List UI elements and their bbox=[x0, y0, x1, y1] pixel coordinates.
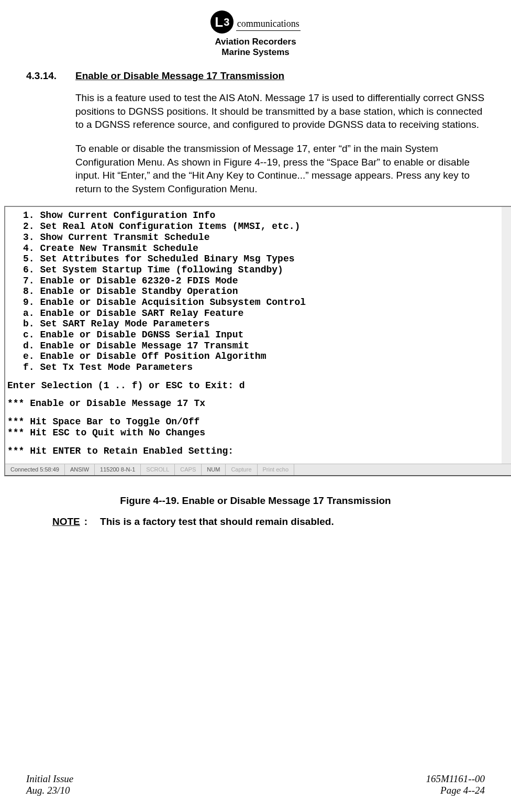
status-connected: Connected 5:58:49 bbox=[5, 464, 65, 475]
menu-item: 5. Set Attributes for Scheduled Binary M… bbox=[23, 254, 501, 265]
paragraph-1: This is a feature used to test the AIS A… bbox=[75, 91, 485, 131]
menu-item: d. Enable or Disable Message 17 Transmit bbox=[23, 341, 501, 352]
menu-item: 3. Show Current Transmit Schedule bbox=[23, 232, 501, 243]
terminal-window: 1. Show Current Configuration Info 2. Se… bbox=[4, 206, 511, 476]
page-footer: Initial Issue Aug. 23/10 165M1161--00 Pa… bbox=[26, 773, 485, 796]
menu-item: 1. Show Current Configuration Info bbox=[23, 210, 501, 221]
menu-item: 6. Set System Startup Time (following St… bbox=[23, 265, 501, 276]
status-port: 115200 8-N-1 bbox=[95, 464, 141, 475]
terminal-prompt: Enter Selection (1 .. f) or ESC to Exit:… bbox=[6, 380, 501, 391]
note-colon: : bbox=[84, 516, 87, 528]
terminal-menu: 1. Show Current Configuration Info 2. Se… bbox=[6, 210, 501, 372]
status-terminal-type: ANSIW bbox=[65, 464, 95, 475]
menu-item: 8. Enable or Disable Standby Operation bbox=[23, 286, 501, 297]
figure-caption: Figure 4--19. Enable or Disable Message … bbox=[26, 495, 485, 507]
logo-letter-l: L bbox=[215, 14, 223, 30]
status-scroll: SCROLL bbox=[141, 464, 175, 475]
status-print-echo: Print echo bbox=[258, 464, 295, 475]
status-num: NUM bbox=[202, 464, 226, 475]
section-title: Enable or Disable Message 17 Transmissio… bbox=[75, 70, 284, 82]
menu-item: 4. Create New Transmit Schedule bbox=[23, 243, 501, 254]
terminal-message: *** Hit ENTER to Retain Enabled Setting: bbox=[6, 446, 501, 457]
section-number: 4.3.14. bbox=[26, 70, 75, 82]
note-block: NOTE: This is a factory test that should… bbox=[52, 516, 485, 528]
menu-item: 2. Set Real AtoN Configuration Items (MM… bbox=[23, 221, 501, 232]
note-text: This is a factory test that should remai… bbox=[100, 516, 334, 528]
logo-digit-3: 3 bbox=[224, 16, 229, 28]
menu-item: a. Enable or Disable SART Relay Feature bbox=[23, 308, 501, 319]
status-caps: CAPS bbox=[175, 464, 202, 475]
l3-logo-icon: L3 bbox=[210, 10, 234, 34]
paragraph-2: To enable or disable the transmission of… bbox=[75, 142, 485, 196]
terminal-content: 1. Show Current Configuration Info 2. Se… bbox=[5, 207, 511, 464]
menu-item: f. Set Tx Test Mode Parameters bbox=[23, 362, 501, 373]
division-line-2: Marine Systems bbox=[210, 47, 300, 58]
l3-logo: L3 communications Aviation Recorders Mar… bbox=[210, 10, 300, 58]
footer-docnum: 165M1161--00 bbox=[426, 773, 485, 785]
terminal-statusbar: Connected 5:58:49 ANSIW 115200 8-N-1 SCR… bbox=[5, 464, 511, 475]
footer-issue: Initial Issue bbox=[26, 773, 73, 785]
status-capture: Capture bbox=[226, 464, 257, 475]
menu-item: 9. Enable or Disable Acquisition Subsyst… bbox=[23, 297, 501, 308]
menu-item: c. Enable or Disable DGNSS Serial Input bbox=[23, 330, 501, 341]
terminal-message: *** Enable or Disable Message 17 Tx bbox=[6, 398, 501, 409]
footer-page: Page 4--24 bbox=[426, 785, 485, 796]
terminal-message: *** Hit ESC to Quit with No Changes bbox=[6, 427, 501, 438]
terminal-message: *** Hit Space Bar to Toggle On/Off bbox=[6, 416, 501, 427]
division-line-1: Aviation Recorders bbox=[210, 37, 300, 47]
menu-item: e. Enable or Disable Off Position Algori… bbox=[23, 351, 501, 362]
menu-item: 7. Enable or Disable 62320-2 FDIS Mode bbox=[23, 276, 501, 287]
note-label: NOTE bbox=[52, 516, 80, 528]
document-header: L3 communications Aviation Recorders Mar… bbox=[26, 10, 485, 58]
menu-item: b. Set SART Relay Mode Parameters bbox=[23, 319, 501, 330]
section-heading: 4.3.14. Enable or Disable Message 17 Tra… bbox=[26, 70, 485, 82]
footer-date: Aug. 23/10 bbox=[26, 785, 73, 796]
logo-communications: communications bbox=[236, 18, 301, 31]
